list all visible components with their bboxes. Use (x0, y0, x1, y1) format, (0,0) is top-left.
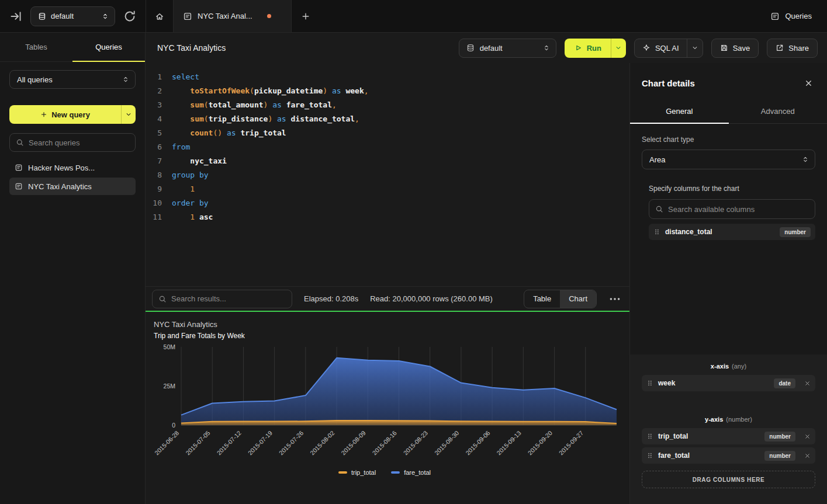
remove-column-icon[interactable] (804, 453, 811, 459)
sql-ai-main[interactable]: SQL AI (635, 39, 687, 57)
chevron-updown-icon (543, 44, 550, 51)
sql-ai-button[interactable]: SQL AI (634, 39, 703, 58)
run-button[interactable]: Run (565, 39, 626, 58)
tab-queries[interactable]: Queries (72, 33, 145, 61)
drag-handle-icon[interactable] (653, 228, 660, 235)
table-view-tab[interactable]: Table (524, 290, 560, 308)
search-queries-box[interactable] (9, 133, 136, 152)
sparkle-icon (642, 44, 650, 52)
chart-view-tab[interactable]: Chart (560, 290, 596, 308)
remove-column-icon[interactable] (804, 433, 811, 440)
play-icon (574, 44, 582, 52)
view-toggle: Table Chart (524, 290, 597, 308)
code-text: sum(total_amount) as fare_total, (162, 98, 337, 112)
editor-line[interactable]: 1select (146, 70, 629, 84)
tab-general[interactable]: General (630, 99, 729, 123)
remove-column-icon[interactable] (804, 380, 811, 387)
editor-line[interactable]: 2 toStartOfWeek(pickup_datetime) as week… (146, 84, 629, 98)
editor-line[interactable]: 5 count() as trip_total (146, 126, 629, 140)
new-query-button[interactable]: New query (9, 105, 136, 124)
database-selector-value: default (480, 44, 538, 53)
svg-text:2015-09-27: 2015-09-27 (558, 429, 585, 457)
chevron-down-icon (691, 44, 698, 51)
legend-item[interactable]: fare_total (391, 469, 431, 476)
column-type-badge: number (780, 227, 811, 237)
editor-line[interactable]: 11 1 asc (146, 210, 629, 224)
home-tab[interactable] (146, 0, 174, 32)
saved-query-item[interactable]: Hacker News Pos... (9, 159, 136, 176)
area-chart[interactable]: 2015-06-282015-07-052015-07-122015-07-19… (150, 342, 622, 462)
column-name: week (658, 379, 675, 387)
queries-filter-select[interactable]: All queries (9, 70, 136, 89)
search-columns-input[interactable] (668, 205, 809, 214)
elapsed-stat: Elapsed: 0.208s (304, 294, 358, 303)
refresh-icon[interactable] (123, 10, 136, 23)
y-axis-column-row[interactable]: trip_totalnumber (642, 428, 815, 444)
column-name: distance_total (665, 228, 712, 236)
saved-query-label: Hacker News Pos... (28, 164, 95, 172)
tab-tables[interactable]: Tables (0, 33, 72, 61)
x-axis-column-row[interactable]: weekdate (642, 375, 815, 391)
editor-line[interactable]: 7 nyc_taxi (146, 154, 629, 168)
available-column-row[interactable]: distance_totalnumber (649, 224, 815, 240)
chevron-down-icon (615, 44, 622, 51)
drag-handle-icon[interactable] (646, 452, 653, 459)
legend-item[interactable]: trip_total (338, 469, 376, 476)
database-selector[interactable]: default (459, 39, 556, 58)
topbar-database-selector[interactable]: default (30, 6, 115, 26)
new-query-main[interactable]: New query (9, 105, 121, 124)
run-options-dropdown[interactable] (611, 39, 626, 58)
svg-text:2015-07-19: 2015-07-19 (247, 429, 274, 457)
sidebar-tabs: Tables Queries (0, 33, 145, 62)
drag-handle-icon[interactable] (646, 433, 653, 440)
line-number: 9 (146, 182, 162, 196)
column-type-badge: date (774, 378, 795, 388)
collapse-panel-icon[interactable] (9, 10, 22, 23)
editor-line[interactable]: 9 1 (146, 182, 629, 196)
svg-text:2015-08-09: 2015-08-09 (340, 429, 367, 457)
search-results-input[interactable] (171, 294, 286, 303)
chart-type-select[interactable]: Area (642, 150, 815, 169)
svg-text:2015-09-06: 2015-09-06 (464, 429, 492, 457)
x-axis-columns: weekdate (642, 375, 815, 391)
chevron-updown-icon (802, 156, 809, 163)
editor-line[interactable]: 10order by (146, 196, 629, 210)
new-tab-button[interactable] (292, 0, 320, 32)
sql-ai-dropdown[interactable] (687, 39, 703, 57)
share-button[interactable]: Share (767, 39, 818, 58)
run-button-main[interactable]: Run (565, 39, 611, 58)
svg-text:2015-08-02: 2015-08-02 (309, 429, 336, 457)
y-axis-column-row[interactable]: fare_totalnumber (642, 447, 815, 464)
sidebar-body: All queries New query Hacker News Pos...… (0, 62, 145, 203)
saved-query-item[interactable]: NYC Taxi Analytics (9, 178, 136, 195)
unsaved-indicator-dot (267, 14, 271, 18)
editor-line[interactable]: 3 sum(total_amount) as fare_total, (146, 98, 629, 112)
tab-advanced[interactable]: Advanced (729, 99, 827, 123)
editor-line[interactable]: 4 sum(trip_distance) as distance_total, (146, 112, 629, 126)
tab-nyc-taxi-analytics[interactable]: NYC Taxi Anal... (174, 0, 292, 32)
sql-editor[interactable]: 1select2 toStartOfWeek(pickup_datetime) … (146, 63, 629, 286)
query-actions: default Run SQL AI (459, 39, 818, 58)
search-queries-input[interactable] (29, 138, 129, 147)
panel-tabs: General Advanced (630, 99, 827, 124)
more-options-icon[interactable] (608, 293, 621, 305)
svg-text:2015-07-05: 2015-07-05 (184, 429, 212, 457)
line-number: 3 (146, 98, 162, 112)
queries-button[interactable]: Queries (770, 12, 812, 21)
results-toolbar: Elapsed: 0.208s Read: 20,000,000 rows (2… (146, 286, 629, 311)
code-text: from (162, 140, 190, 154)
line-number: 1 (146, 70, 162, 84)
queries-icon (770, 12, 780, 21)
editor-line[interactable]: 6from (146, 140, 629, 154)
close-panel-icon[interactable] (804, 79, 813, 88)
new-query-dropdown[interactable] (121, 105, 136, 124)
topbar-right: Queries (755, 0, 827, 32)
drag-columns-dropzone[interactable]: DRAG COLUMNS HERE (642, 471, 815, 488)
save-button[interactable]: Save (711, 39, 759, 58)
search-results-box[interactable] (152, 290, 292, 308)
sql-ai-label: SQL AI (655, 44, 679, 53)
search-columns-box[interactable] (649, 199, 815, 219)
editor-line[interactable]: 8group by (146, 168, 629, 182)
drag-handle-icon[interactable] (646, 380, 653, 387)
chart-legend: trip_totalfare_total (154, 469, 615, 476)
